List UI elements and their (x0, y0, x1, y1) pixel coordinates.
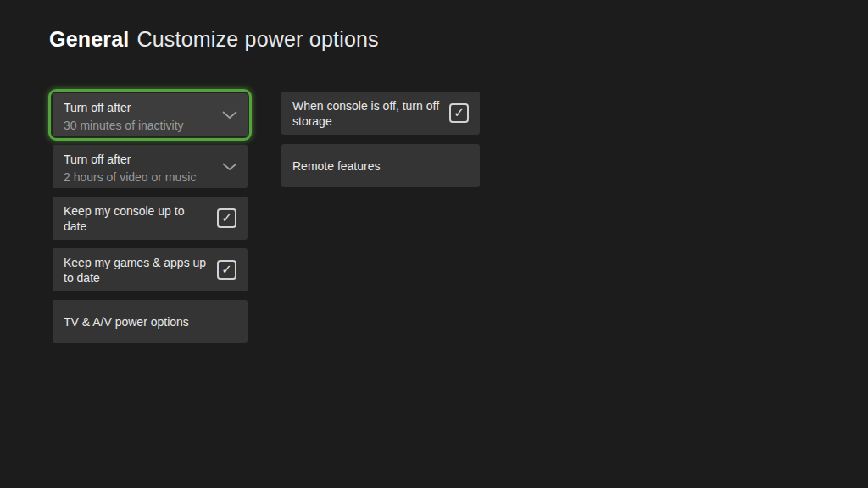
right-tile-column: When console is off, turn off storage ✓ … (281, 92, 480, 187)
left-tile-column: Turn off after 30 minutes of inactivity … (53, 93, 248, 343)
dropdown-turn-off-media[interactable]: Turn off after 2 hours of video or music (53, 145, 248, 188)
page-title: GeneralCustomize power options (49, 25, 379, 53)
dropdown-label: Turn off after (64, 100, 214, 115)
checkbox-label: Keep my games & apps up to date (64, 255, 209, 286)
section-label: General (49, 27, 130, 51)
checkbox-checked-icon[interactable]: ✓ (217, 260, 236, 280)
dropdown-value: 30 minutes of inactivity (64, 119, 214, 133)
dropdown-value: 2 hours of video or music (64, 170, 214, 185)
checkbox-tile-turn-off-storage[interactable]: When console is off, turn off storage ✓ (281, 92, 480, 135)
checkbox-label: When console is off, turn off storage (292, 98, 441, 129)
dropdown-turn-off-inactivity[interactable]: Turn off after 30 minutes of inactivity (53, 93, 248, 136)
checkbox-checked-icon[interactable]: ✓ (217, 208, 236, 228)
chevron-down-icon (222, 111, 237, 119)
checkbox-tile-console-updates[interactable]: Keep my console up to date ✓ (53, 197, 248, 240)
checkbox-checked-icon[interactable]: ✓ (449, 103, 469, 123)
checkbox-tile-games-apps-updates[interactable]: Keep my games & apps up to date ✓ (53, 248, 248, 291)
checkbox-label: Keep my console up to date (64, 203, 209, 234)
dropdown-label: Turn off after (64, 152, 214, 167)
button-remote-features[interactable]: Remote features (281, 144, 480, 187)
chevron-down-icon (222, 163, 237, 171)
button-label: Remote features (292, 158, 469, 174)
button-tv-av-power-options[interactable]: TV & A/V power options (53, 300, 248, 343)
button-label: TV & A/V power options (64, 314, 236, 330)
settings-screen: GeneralCustomize power options Turn off … (0, 0, 868, 488)
page-subtitle: Customize power options (137, 27, 379, 51)
